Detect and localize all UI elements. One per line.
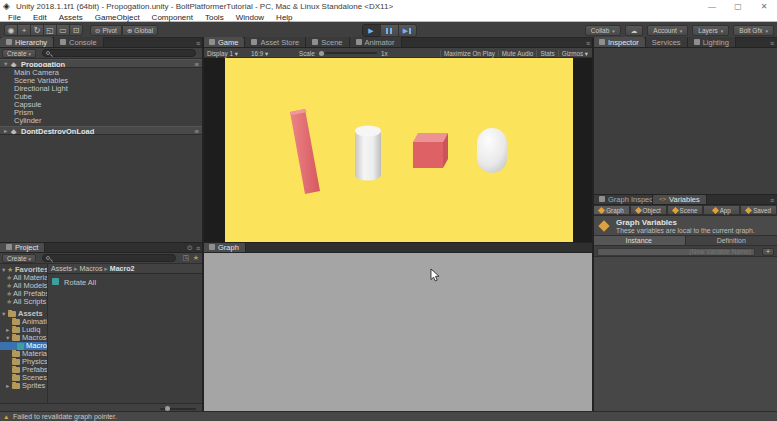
favorite-item[interactable]: ★All Scripts <box>0 298 47 306</box>
tab-console[interactable]: Console <box>54 37 104 47</box>
display-dropdown[interactable]: Display 1 ▾ <box>207 50 238 57</box>
horizontal-splitter-bottom[interactable] <box>0 242 593 243</box>
hierarchy-item[interactable]: Cube <box>14 93 199 101</box>
new-variable-input[interactable] <box>597 248 755 256</box>
hierarchy-item[interactable]: Cylinder <box>14 117 199 125</box>
foldout-closed-icon[interactable]: ► <box>3 127 8 135</box>
stats-toggle[interactable]: Stats <box>536 50 557 57</box>
lock-icon[interactable]: ⊙ <box>187 244 196 252</box>
scene-menu-icon[interactable]: ≡ <box>195 60 199 68</box>
create-dropdown[interactable]: Create▾ <box>2 49 36 58</box>
minimize-button[interactable]: — <box>699 0 725 13</box>
favorite-item[interactable]: ★All Prefabs <box>0 290 47 298</box>
foldout-open-icon[interactable]: ▼ <box>1 310 6 318</box>
folder-row[interactable]: ►Ludiq <box>0 326 47 334</box>
hierarchy-item[interactable]: Scene Variables <box>14 77 199 85</box>
menu-file[interactable]: File <box>2 13 27 22</box>
cloud-button[interactable]: ☁ <box>625 25 644 36</box>
layers-dropdown[interactable]: Layers▾ <box>692 25 729 36</box>
panel-menu-icon[interactable]: ≡ <box>770 197 777 204</box>
tab-services[interactable]: Services <box>646 37 688 47</box>
tab-graph-inspector[interactable]: Graph Inspect <box>593 194 653 204</box>
rect-tool-button[interactable]: ▭ <box>56 24 70 36</box>
global-toggle-button[interactable]: ⊕Global <box>122 25 158 36</box>
kind-scene-button[interactable]: Scene <box>667 205 704 215</box>
hierarchy-item[interactable]: Main Camera <box>14 69 199 77</box>
create-dropdown[interactable]: Create▾ <box>2 254 36 263</box>
transform-tool-button[interactable]: ⊡ <box>69 24 83 36</box>
foldout-open-icon[interactable]: ▼ <box>3 60 8 68</box>
folder-row[interactable]: Animations <box>0 318 47 326</box>
tab-inspector[interactable]: Inspector <box>593 37 646 47</box>
aspect-dropdown[interactable]: 16:9 ▾ <box>251 50 268 57</box>
scale-tool-button[interactable]: ◱ <box>43 24 57 36</box>
tab-instance[interactable]: Instance <box>593 236 685 245</box>
play-button[interactable]: ▶ <box>362 24 381 37</box>
tab-hierarchy[interactable]: Hierarchy <box>0 37 54 47</box>
hierarchy-item[interactable]: Prism <box>14 109 199 117</box>
foldout-closed-icon[interactable]: ► <box>5 326 10 334</box>
assets-root[interactable]: ▼Assets <box>0 310 47 318</box>
breadcrumb-macro2[interactable]: Macro2 <box>110 265 135 272</box>
asset-item-rotate-all[interactable]: Rotate All <box>52 278 200 286</box>
maximize-button[interactable]: ▢ <box>725 0 751 13</box>
folder-row[interactable]: Scenes <box>0 374 47 382</box>
menu-window[interactable]: Window <box>230 13 270 22</box>
breadcrumb-assets[interactable]: Assets <box>51 265 72 272</box>
search-by-type-icon[interactable]: ◳ <box>182 254 189 262</box>
folder-row[interactable]: Materials <box>0 350 47 358</box>
foldout-open-icon[interactable]: ▼ <box>1 266 6 274</box>
move-tool-button[interactable]: + <box>17 24 31 36</box>
foldout-closed-icon[interactable]: ► <box>5 382 10 390</box>
panel-menu-icon[interactable]: ≡ <box>770 40 777 47</box>
kind-app-button[interactable]: App <box>703 205 740 215</box>
horizontal-splitter-inspector[interactable] <box>593 194 777 195</box>
folder-row[interactable]: ▼Macros <box>0 334 47 342</box>
tab-variables[interactable]: <>Variables <box>653 194 707 204</box>
menu-component[interactable]: Component <box>146 13 199 22</box>
tab-scene[interactable]: Scene <box>306 37 349 47</box>
breadcrumb-macros[interactable]: Macros <box>79 265 102 272</box>
kind-graph-button[interactable]: Graph <box>593 205 630 215</box>
layout-dropdown[interactable]: Bolt Gfx▾ <box>733 25 774 36</box>
thumbnail-slider-knob[interactable] <box>165 406 170 411</box>
graph-canvas[interactable] <box>203 253 593 411</box>
hierarchy-item[interactable]: Capsule <box>14 101 199 109</box>
step-button[interactable]: ▶ <box>398 24 417 37</box>
tab-game[interactable]: Game <box>203 37 245 47</box>
tab-lighting[interactable]: Lighting <box>688 37 736 47</box>
vertical-splitter-left[interactable] <box>202 38 204 411</box>
hierarchy-dontdestroy-row[interactable]: ► ◈ DontDestroyOnLoad ≡ <box>0 126 203 135</box>
search-by-label-icon[interactable]: ★ <box>193 254 199 262</box>
favorite-item[interactable]: ★All Models <box>0 282 47 290</box>
close-button[interactable]: ✕ <box>751 0 777 13</box>
hierarchy-scene-row[interactable]: ▼ ◈ Propogation ≡ <box>0 59 203 68</box>
selected-macro-row[interactable]: Macro2 <box>0 342 47 350</box>
scale-slider-knob[interactable] <box>319 51 324 56</box>
menu-assets[interactable]: Assets <box>53 13 89 22</box>
add-variable-button[interactable]: + <box>762 248 774 256</box>
menu-edit[interactable]: Edit <box>27 13 53 22</box>
folder-row[interactable]: Prefabs <box>0 366 47 374</box>
mute-audio-toggle[interactable]: Mute Audio <box>498 50 537 57</box>
folder-row[interactable]: ►Sprites <box>0 382 47 390</box>
menu-gameobject[interactable]: GameObject <box>89 13 146 22</box>
foldout-open-icon[interactable]: ▼ <box>5 334 10 342</box>
tab-graph[interactable]: Graph <box>203 242 246 252</box>
hierarchy-search-input[interactable] <box>42 49 196 57</box>
favorites-header[interactable]: ▼★Favorites <box>0 266 47 274</box>
pivot-toggle-button[interactable]: ⊙Pivot <box>90 25 122 36</box>
hierarchy-item[interactable]: Directional Light <box>14 85 199 93</box>
vertical-splitter-right[interactable] <box>592 38 594 411</box>
kind-saved-button[interactable]: Saved <box>740 205 777 215</box>
menu-tools[interactable]: Tools <box>199 13 230 22</box>
scene-menu-icon[interactable]: ≡ <box>195 127 199 135</box>
account-dropdown[interactable]: Account▾ <box>647 25 688 36</box>
project-search-input[interactable] <box>42 254 176 262</box>
gizmos-dropdown[interactable]: Gizmos ▾ <box>558 50 591 57</box>
folder-row[interactable]: Physics <box>0 358 47 366</box>
kind-object-button[interactable]: Object <box>630 205 667 215</box>
rotate-tool-button[interactable]: ↻ <box>30 24 44 36</box>
hand-tool-button[interactable]: ◉ <box>4 24 18 36</box>
maximize-on-play-toggle[interactable]: Maximize On Play <box>440 50 498 57</box>
